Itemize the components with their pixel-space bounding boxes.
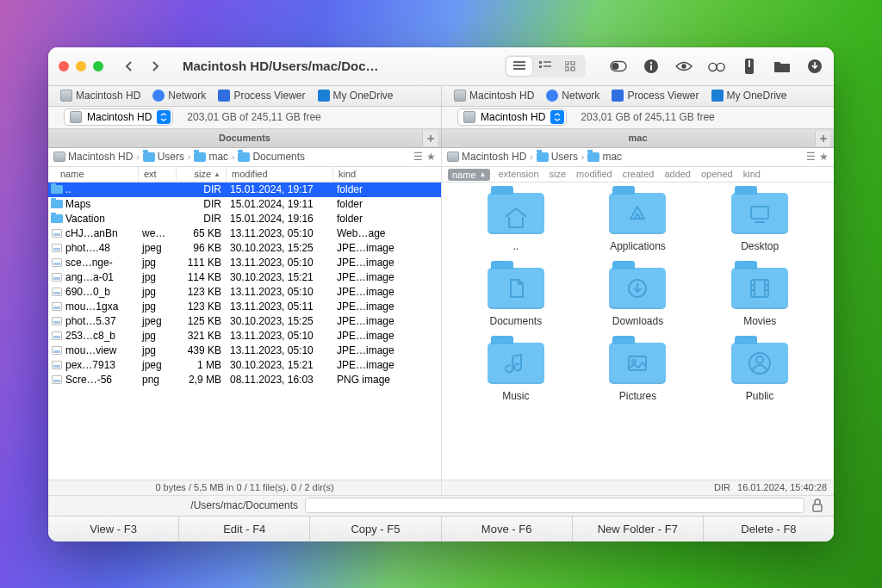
favorite-my-onedrive-right[interactable]: My OneDrive bbox=[708, 90, 791, 102]
file-kind: JPE…image bbox=[333, 315, 441, 327]
add-tab-left[interactable]: ＋ bbox=[422, 131, 438, 146]
crumb-segment[interactable]: mac bbox=[208, 151, 228, 163]
favorite-my-onedrive-left[interactable]: My OneDrive bbox=[314, 90, 397, 102]
file-row[interactable]: ..DIR15.01.2024, 19:17folder bbox=[48, 183, 441, 197]
rcol-added[interactable]: added bbox=[659, 167, 696, 182]
file-name: mou…1gxa bbox=[65, 300, 139, 313]
file-kind: JPE…image bbox=[333, 257, 441, 269]
info-icon[interactable] bbox=[643, 58, 660, 75]
file-modified: 15.01.2024, 19:16 bbox=[227, 213, 333, 225]
zoom-button[interactable] bbox=[93, 61, 103, 71]
file-row[interactable]: sce…nge-jpg111 KB13.11.2023, 05:10JPE…im… bbox=[48, 256, 441, 270]
crumb-segment[interactable]: mac bbox=[602, 151, 622, 163]
crumb-segment[interactable]: Macintosh HD bbox=[68, 151, 133, 163]
grid-item-public[interactable]: Public bbox=[703, 343, 817, 402]
file-row[interactable]: ang…a-01jpg114 KB30.10.2023, 15:21JPE…im… bbox=[48, 270, 441, 285]
star-icon[interactable]: ★ bbox=[819, 151, 829, 163]
rcol-opened[interactable]: opened bbox=[696, 167, 738, 182]
favorite-process-viewer-left[interactable]: Process Viewer bbox=[214, 90, 308, 102]
grid-item-movies[interactable]: Movies bbox=[703, 268, 817, 327]
lock-icon[interactable] bbox=[811, 498, 825, 512]
fn-copy-button[interactable]: Copy - F5 bbox=[310, 517, 441, 542]
file-row[interactable]: MapsDIR15.01.2024, 19:11folder bbox=[48, 197, 441, 212]
folder-icon bbox=[537, 152, 549, 162]
breadcrumb-right[interactable]: Macintosh HD›Users›mac☰★ bbox=[441, 148, 834, 166]
path-input[interactable] bbox=[305, 498, 804, 513]
folder-icon bbox=[731, 343, 788, 384]
eye-icon[interactable] bbox=[675, 58, 693, 75]
file-row[interactable]: mou…1gxajpg123 KB13.11.2023, 05:11JPE…im… bbox=[48, 300, 441, 314]
favorite-network-right[interactable]: Network bbox=[543, 90, 603, 102]
col-size[interactable]: size ▲ bbox=[177, 167, 227, 182]
file-row[interactable]: 690…0_bjpg123 KB13.11.2023, 05:10JPE…ima… bbox=[48, 285, 441, 300]
add-tab-right[interactable]: ＋ bbox=[815, 131, 830, 146]
close-button[interactable] bbox=[59, 61, 69, 71]
grid-item-parentparent[interactable]: .. bbox=[459, 193, 573, 252]
icon-grid[interactable]: ..ApplicationsDesktopDocumentsDownloadsM… bbox=[442, 183, 834, 480]
drive-selector-right[interactable]: Macintosh HD bbox=[457, 108, 567, 126]
rcol-size[interactable]: size bbox=[544, 167, 572, 182]
crumb-segment[interactable]: Documents bbox=[252, 151, 305, 163]
grid-item-applications[interactable]: Applications bbox=[581, 193, 695, 252]
file-row[interactable]: Scre…-56png2,9 MB08.11.2023, 16:03PNG im… bbox=[48, 373, 441, 387]
rcol-created[interactable]: created bbox=[618, 167, 660, 182]
net-icon bbox=[152, 90, 165, 102]
fn-move-button[interactable]: Move - F6 bbox=[442, 517, 573, 542]
binoculars-icon[interactable] bbox=[708, 58, 725, 75]
crumb-segment[interactable]: Users bbox=[158, 151, 184, 163]
toggle-icon[interactable] bbox=[610, 58, 627, 75]
file-row[interactable]: phot…5.37jpeg125 KB30.10.2023, 15:25JPE…… bbox=[48, 314, 441, 329]
grid-item-music[interactable]: Music bbox=[459, 343, 573, 402]
nav-forward-button[interactable] bbox=[143, 55, 167, 77]
chevron-right-icon: › bbox=[232, 152, 234, 162]
star-icon[interactable]: ★ bbox=[426, 151, 436, 163]
view-icons-button[interactable] bbox=[558, 57, 584, 76]
nav-back-button[interactable] bbox=[117, 55, 141, 77]
folder-icon bbox=[238, 152, 250, 162]
favorite-macintosh-hd-left[interactable]: Macintosh HD bbox=[57, 90, 144, 102]
fn-delete-button[interactable]: Delete - F8 bbox=[704, 517, 834, 542]
file-row[interactable]: 253…c8_bjpg321 KB13.11.2023, 05:10JPE…im… bbox=[48, 329, 441, 344]
grid-item-pictures[interactable]: Pictures bbox=[581, 343, 695, 402]
svg-point-22 bbox=[756, 356, 763, 363]
drive-selector-left[interactable]: Macintosh HD bbox=[64, 108, 173, 126]
crumb-segment[interactable]: Users bbox=[551, 151, 578, 163]
rcol-modified[interactable]: modified bbox=[571, 167, 618, 182]
fn-new-button[interactable]: New Folder - F7 bbox=[573, 517, 704, 542]
grid-item-downloads[interactable]: Downloads bbox=[581, 268, 695, 327]
col-name[interactable]: name bbox=[48, 167, 139, 182]
favorite-macintosh-hd-right[interactable]: Macintosh HD bbox=[450, 90, 537, 102]
rcol-name[interactable]: name ▲ bbox=[448, 169, 490, 181]
view-list-button[interactable] bbox=[506, 57, 532, 76]
rcol-extension[interactable]: extension bbox=[493, 167, 543, 182]
file-list[interactable]: ..DIR15.01.2024, 19:17folderMapsDIR15.01… bbox=[48, 183, 441, 480]
favorite-process-viewer-right[interactable]: Process Viewer bbox=[608, 90, 702, 102]
file-size: DIR bbox=[177, 198, 227, 210]
grid-item-documents[interactable]: Documents bbox=[459, 268, 573, 327]
col-ext[interactable]: ext bbox=[139, 167, 177, 182]
file-row[interactable]: VacationDIR15.01.2024, 19:16folder bbox=[48, 212, 441, 226]
fn-edit-button[interactable]: Edit - F4 bbox=[179, 517, 310, 542]
breadcrumb-left[interactable]: Macintosh HD›Users›mac›Documents☰★ bbox=[48, 148, 441, 166]
minimize-button[interactable] bbox=[76, 61, 86, 71]
file-row[interactable]: cHJ…anBnwe…65 KB13.11.2023, 05:10Web…age bbox=[48, 226, 441, 241]
list-icon[interactable]: ☰ bbox=[806, 151, 816, 163]
rcol-kind[interactable]: kind bbox=[738, 167, 766, 182]
download-icon[interactable] bbox=[806, 58, 823, 75]
grid-item-desktop[interactable]: Desktop bbox=[703, 193, 817, 252]
crumb-segment[interactable]: Macintosh HD bbox=[462, 151, 526, 163]
compress-icon[interactable] bbox=[741, 58, 758, 75]
favorite-network-left[interactable]: Network bbox=[149, 90, 209, 102]
file-row[interactable]: pex…7913jpeg1 MB30.10.2023, 15:21JPE…ima… bbox=[48, 358, 441, 373]
col-kind[interactable]: kind bbox=[333, 167, 441, 182]
image-file-icon bbox=[52, 361, 62, 369]
fn-view-button[interactable]: View - F3 bbox=[48, 517, 179, 542]
file-row[interactable]: mou…viewjpg439 KB13.11.2023, 05:10JPE…im… bbox=[48, 344, 441, 358]
list-icon[interactable]: ☰ bbox=[413, 151, 423, 163]
col-modified[interactable]: modified bbox=[227, 167, 333, 182]
window-controls bbox=[59, 61, 103, 71]
file-name: 253…c8_b bbox=[65, 330, 139, 342]
file-row[interactable]: phot….48jpeg96 KB30.10.2023, 15:25JPE…im… bbox=[48, 241, 441, 256]
view-columns-button[interactable] bbox=[532, 57, 558, 76]
folder-icon[interactable] bbox=[773, 58, 791, 75]
